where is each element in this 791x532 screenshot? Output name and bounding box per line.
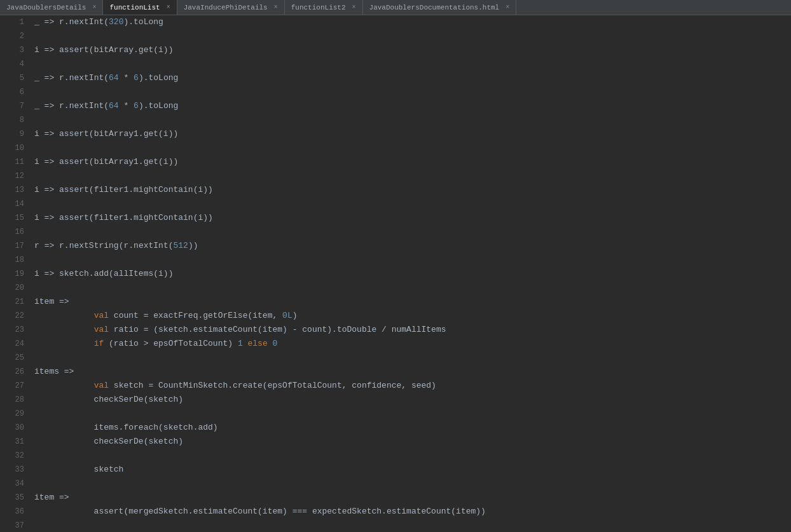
line-content: _ => r.nextInt(64 * 6).toLong: [32, 71, 178, 85]
line-content: i => assert(filter1.mightContain(i)): [32, 211, 213, 225]
table-row: 33 sketch: [0, 463, 791, 477]
line-number: 13: [0, 183, 32, 197]
table-row: 22 val count = exactFreq.getOrElse(item,…: [0, 309, 791, 323]
line-number: 11: [0, 155, 32, 169]
table-row: 21item =>: [0, 295, 791, 309]
line-number: 4: [0, 57, 32, 71]
table-row: 2: [0, 29, 791, 43]
line-number: 31: [0, 435, 32, 449]
code-area: 1_ => r.nextInt(320).toLong23i => assert…: [0, 15, 791, 532]
line-content: val count = exactFreq.getOrElse(item, 0L…: [32, 309, 298, 323]
tab-label: functionList: [109, 4, 160, 11]
tab-label: JavaInducePhiDetails: [184, 4, 268, 11]
line-number: 14: [0, 197, 32, 211]
line-number: 16: [0, 225, 32, 239]
tab-javainducephidetails[interactable]: JavaInducePhiDetails ×: [177, 0, 285, 15]
line-number: 33: [0, 463, 32, 477]
line-number: 26: [0, 365, 32, 379]
tab-javadoublersdetails[interactable]: JavaDoublersDetails ×: [0, 0, 103, 15]
line-content: checkSerDe(sketch): [32, 393, 183, 407]
line-number: 15: [0, 211, 32, 225]
line-number: 10: [0, 141, 32, 155]
close-icon[interactable]: ×: [274, 4, 278, 11]
table-row: 1_ => r.nextInt(320).toLong: [0, 15, 791, 29]
table-row: 28 checkSerDe(sketch): [0, 393, 791, 407]
table-row: 31 checkSerDe(sketch): [0, 435, 791, 449]
line-number: 28: [0, 393, 32, 407]
tab-label: JavaDoublersDetails: [6, 4, 86, 11]
close-icon[interactable]: ×: [167, 4, 170, 11]
line-number: 29: [0, 407, 32, 421]
table-row: 24 if (ratio > epsOfTotalCount) 1 else 0: [0, 337, 791, 351]
line-number: 12: [0, 169, 32, 183]
table-row: 3i => assert(bitArray.get(i)): [0, 43, 791, 57]
close-icon[interactable]: ×: [352, 4, 356, 11]
line-number: 32: [0, 449, 32, 463]
line-content: item =>: [32, 295, 69, 309]
line-content: _ => r.nextInt(64 * 6).toLong: [32, 99, 178, 113]
line-number: 18: [0, 253, 32, 267]
line-number: 21: [0, 295, 32, 309]
close-icon[interactable]: ×: [506, 4, 509, 11]
line-content: sketch: [32, 463, 123, 477]
line-number: 19: [0, 267, 32, 281]
line-content: items.foreach(sketch.add): [32, 421, 218, 435]
line-number: 30: [0, 421, 32, 435]
line-content: if (ratio > epsOfTotalCount) 1 else 0: [32, 337, 277, 351]
line-number: 7: [0, 99, 32, 113]
table-row: 36 assert(mergedSketch.estimateCount(ite…: [0, 505, 791, 519]
tab-label: JavaDoublersDocumentations.html: [369, 4, 500, 11]
close-icon[interactable]: ×: [92, 4, 96, 11]
line-content: val sketch = CountMinSketch.create(epsOf…: [32, 379, 436, 393]
tab-javadoublersdocumentations[interactable]: JavaDoublersDocumentations.html ×: [363, 0, 517, 15]
table-row: 23 val ratio = (sketch.estimateCount(ite…: [0, 323, 791, 337]
line-content: assert(mergedSketch.estimateCount(item) …: [32, 505, 486, 519]
line-number: 34: [0, 477, 32, 491]
table-row: 27 val sketch = CountMinSketch.create(ep…: [0, 379, 791, 393]
table-row: 16: [0, 225, 791, 239]
tab-label: functionList2: [291, 4, 346, 11]
line-number: 5: [0, 71, 32, 85]
line-number: 1: [0, 15, 32, 29]
table-row: 10: [0, 141, 791, 155]
table-row: 8: [0, 113, 791, 127]
line-number: 25: [0, 351, 32, 365]
line-number: 3: [0, 43, 32, 57]
table-row: 9i => assert(bitArray1.get(i)): [0, 127, 791, 141]
table-row: 11i => assert(bitArray1.get(i)): [0, 155, 791, 169]
table-row: 32: [0, 449, 791, 463]
table-row: 25: [0, 351, 791, 365]
line-content: i => sketch.add(allItems(i)): [32, 267, 173, 281]
table-row: 17r => r.nextString(r.nextInt(512)): [0, 239, 791, 253]
table-row: 30 items.foreach(sketch.add): [0, 421, 791, 435]
line-number: 24: [0, 337, 32, 351]
line-number: 17: [0, 239, 32, 253]
table-row: 14: [0, 197, 791, 211]
tab-functionlist2[interactable]: functionList2 ×: [285, 0, 363, 15]
table-row: 34: [0, 477, 791, 491]
table-row: 13i => assert(filter1.mightContain(i)): [0, 183, 791, 197]
line-content: item =>: [32, 491, 69, 505]
table-row: 7_ => r.nextInt(64 * 6).toLong: [0, 99, 791, 113]
line-content: i => assert(filter1.mightContain(i)): [32, 183, 213, 197]
line-content: checkSerDe(sketch): [32, 435, 183, 449]
line-number: 9: [0, 127, 32, 141]
line-number: 22: [0, 309, 32, 323]
line-content: val ratio = (sketch.estimateCount(item) …: [32, 323, 446, 337]
tab-functionlist[interactable]: functionList ×: [103, 0, 177, 15]
table-row: 12: [0, 169, 791, 183]
table-row: 6: [0, 85, 791, 99]
table-row: 18: [0, 253, 791, 267]
line-number: 37: [0, 519, 32, 532]
line-content: i => assert(bitArray.get(i)): [32, 43, 173, 57]
table-row: 4: [0, 57, 791, 71]
table-row: 19i => sketch.add(allItems(i)): [0, 267, 791, 281]
line-number: 2: [0, 29, 32, 43]
table-row: 37: [0, 519, 791, 532]
tabs-bar: JavaDoublersDetails × functionList × Jav…: [0, 0, 791, 15]
table-row: 5_ => r.nextInt(64 * 6).toLong: [0, 71, 791, 85]
line-number: 36: [0, 505, 32, 519]
line-content: r => r.nextString(r.nextInt(512)): [32, 239, 198, 253]
table-row: 15i => assert(filter1.mightContain(i)): [0, 211, 791, 225]
line-content: i => assert(bitArray1.get(i)): [32, 155, 178, 169]
